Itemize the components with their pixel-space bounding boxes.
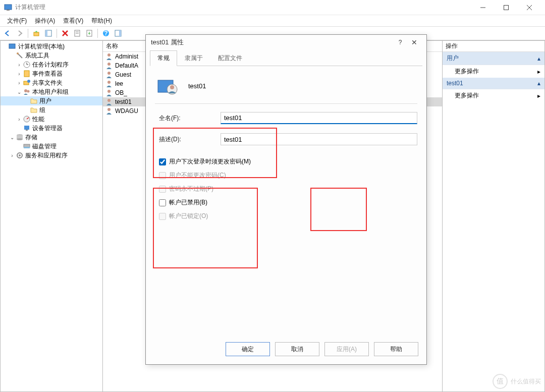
checkbox[interactable] <box>159 158 166 165</box>
dialog-titlebar[interactable]: test01 属性 ? ✕ <box>146 35 426 50</box>
menu-view[interactable]: 查看(V) <box>59 16 87 26</box>
actions-group-header[interactable]: test01▴ <box>443 78 544 89</box>
svg-rect-0 <box>5 5 12 10</box>
svg-point-32 <box>17 138 23 140</box>
toolbar-back[interactable] <box>2 28 13 39</box>
folder-icon <box>30 97 38 105</box>
tree-item[interactable]: ›任务计划程序 <box>1 60 102 69</box>
description-input[interactable] <box>221 133 417 145</box>
checkbox-label: 帐户已锁定(O) <box>169 212 208 220</box>
menubar: 文件(F) 操作(A) 查看(V) 帮助(H) <box>0 15 545 26</box>
watermark-text: 什么值得买 <box>511 377 541 386</box>
tree-item[interactable]: 磁盘管理 <box>1 142 102 151</box>
tree-item[interactable]: 组 <box>1 105 102 115</box>
toolbar-export[interactable] <box>84 28 95 39</box>
tree-label: 磁盘管理 <box>32 142 57 151</box>
svg-point-37 <box>107 53 111 57</box>
actions-group-header[interactable]: 用户▴ <box>443 52 544 65</box>
user-icon <box>105 80 113 88</box>
computer-management-icon <box>9 42 17 50</box>
menu-file[interactable]: 文件(F) <box>3 16 31 26</box>
device-icon <box>23 124 31 132</box>
checkbox[interactable] <box>159 199 166 206</box>
cancel-button[interactable]: 取消 <box>275 342 319 356</box>
dialog-close-button[interactable]: ✕ <box>407 38 421 46</box>
dialog-title: test01 属性 <box>151 38 393 47</box>
tree-label: 组 <box>39 106 45 115</box>
perf-icon <box>23 115 31 123</box>
window-title: 计算机管理 <box>15 3 471 12</box>
svg-rect-22 <box>24 71 29 77</box>
tab-general[interactable]: 常规 <box>150 50 177 66</box>
window-close[interactable] <box>518 0 541 15</box>
tree-label: 用户 <box>39 97 51 105</box>
tab-profile[interactable]: 配置文件 <box>210 50 250 66</box>
services-icon <box>16 151 24 159</box>
ok-button[interactable]: 确定 <box>226 342 270 356</box>
checkbox <box>159 186 166 193</box>
fullname-input[interactable] <box>221 112 417 124</box>
toolbar-show-hide-tree[interactable] <box>43 28 54 39</box>
tree-item[interactable]: ⌄存储 <box>1 133 102 142</box>
checkbox-row: 密码永不过期(P) <box>155 185 417 193</box>
menu-help[interactable]: 帮助(H) <box>87 16 116 26</box>
svg-point-46 <box>170 85 174 89</box>
svg-point-41 <box>107 90 111 93</box>
svg-point-36 <box>19 154 21 156</box>
help-button[interactable]: 帮助 <box>374 342 418 356</box>
user-name: Administ <box>115 53 138 60</box>
window-maximize[interactable] <box>495 0 518 15</box>
user-icon <box>105 107 113 115</box>
clock-icon <box>23 61 31 69</box>
actions-more-item[interactable]: 更多操作▸ <box>443 89 544 102</box>
user-name: DefaultA <box>115 62 138 69</box>
user-icon <box>105 62 113 70</box>
apply-button[interactable]: 应用(A) <box>324 342 369 356</box>
svg-rect-19 <box>9 44 15 48</box>
menu-action[interactable]: 操作(A) <box>31 16 59 26</box>
disk-icon <box>23 142 31 150</box>
actions-group-title: test01 <box>447 80 463 87</box>
actions-item-label: 更多操作 <box>455 67 479 76</box>
window-minimize[interactable] <box>471 0 495 15</box>
user-name: OB_ <box>115 89 127 96</box>
properties-dialog: test01 属性 ? ✕ 常规 隶属于 配置文件 test01 全名(F): … <box>145 34 427 365</box>
dialog-help-button[interactable]: ? <box>393 39 407 46</box>
watermark-icon: 值 <box>493 374 508 389</box>
checkbox-row[interactable]: 用户下次登录时须更改密码(M) <box>155 157 417 166</box>
actions-more-item[interactable]: 更多操作▸ <box>443 65 544 78</box>
tree-item[interactable]: 系统工具 <box>1 51 102 60</box>
tree-item[interactable]: 用户 <box>1 96 102 105</box>
tree-item[interactable]: ›服务和应用程序 <box>1 151 102 160</box>
checkbox-row[interactable]: 帐户已禁用(B) <box>155 198 417 207</box>
tab-memberof[interactable]: 隶属于 <box>177 50 210 66</box>
tree-label: 系统工具 <box>25 51 49 60</box>
svg-point-25 <box>24 89 27 92</box>
checkbox-row: 用户不能更改密码(C) <box>155 171 417 180</box>
tree-root[interactable]: 计算机管理(本地) <box>1 42 102 51</box>
tree-pane[interactable]: 计算机管理(本地) 系统工具›任务计划程序›事件查看器›共享文件夹⌄本地用户和组… <box>0 40 103 392</box>
tree-item[interactable]: ›共享文件夹 <box>1 78 102 87</box>
toolbar-properties[interactable] <box>72 28 83 39</box>
tree-item[interactable]: 设备管理器 <box>1 124 102 133</box>
computer-management-icon <box>4 4 12 12</box>
chevron-right-icon: ▸ <box>537 92 540 99</box>
toolbar-forward[interactable] <box>14 28 25 39</box>
tree-item[interactable]: ›性能 <box>1 115 102 124</box>
toolbar-up[interactable] <box>31 28 42 39</box>
toolbar-delete[interactable] <box>60 28 71 39</box>
svg-point-38 <box>107 63 111 66</box>
tree-item[interactable]: ⌄本地用户和组 <box>1 87 102 96</box>
checkbox <box>159 172 166 179</box>
tree-item[interactable]: ›事件查看器 <box>1 69 102 78</box>
toolbar-show-hide-actions[interactable] <box>113 28 124 39</box>
user-icon <box>105 89 113 97</box>
actions-item-label: 更多操作 <box>455 91 479 100</box>
toolbar-help[interactable]: ? <box>100 28 112 39</box>
tree-label: 服务和应用程序 <box>25 151 68 160</box>
description-label: 描述(D): <box>155 135 221 144</box>
checkbox-row: 帐户已锁定(O) <box>155 212 417 220</box>
actions-group-title: 用户 <box>447 54 459 63</box>
svg-point-40 <box>107 81 111 84</box>
user-name: test01 <box>115 98 132 105</box>
